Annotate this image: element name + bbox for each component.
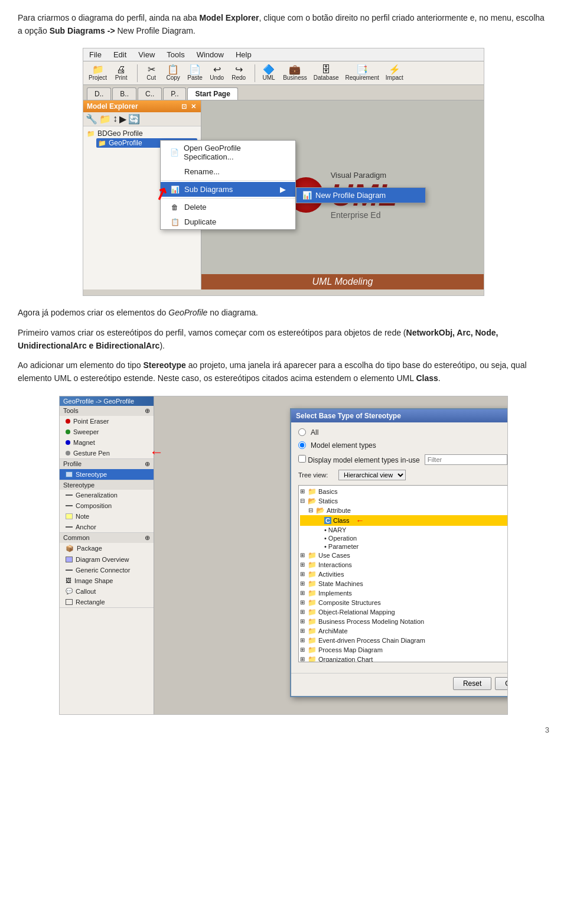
lp-image-shape[interactable]: 🖼 Image Shape — [60, 575, 154, 586]
menu-file[interactable]: File — [87, 50, 104, 60]
dt-orgchart[interactable]: ⊞ 📁 Organization Chart — [300, 655, 508, 662]
lp-section-tools: Tools ⊕ Point Eraser Sweeper Magnet Gest… — [60, 406, 154, 459]
dt-archimate[interactable]: ⊞ 📁 ArchiMate — [300, 626, 508, 636]
menu-tools[interactable]: Tools — [164, 50, 187, 60]
dialog-reset-button[interactable]: Reset — [453, 677, 491, 690]
lp-section-profile: Profile ⊕ Stereotype — [60, 459, 154, 480]
ctx-open-spec[interactable]: 📄 Open GeoProfile Specification... — [161, 141, 295, 164]
filter-input[interactable] — [425, 454, 507, 465]
lp-diagram-overview[interactable]: Diagram Overview — [60, 554, 154, 565]
lp-profile-add-icon[interactable]: ⊕ — [145, 460, 150, 468]
tb-cut-button[interactable]: ✂Cut — [141, 63, 162, 83]
radio-all[interactable] — [298, 428, 306, 436]
dt-processmap[interactable]: ⊞ 📁 Process Map Diagram — [300, 645, 508, 655]
dt-basics[interactable]: ⊞ 📁 Basics — [300, 487, 508, 496]
tb-impact-button[interactable]: ⚡Impact — [383, 63, 406, 83]
tb-requirement-button[interactable]: 📑Requirement — [343, 63, 382, 83]
folder-interactions: 📁 — [308, 561, 317, 569]
filter-row: Display model element types in-use — [298, 454, 508, 465]
lp-gesture-pen[interactable]: Gesture Pen — [60, 448, 154, 458]
tree-item-bdgeo[interactable]: 📁 BDGeo Profile — [87, 129, 197, 138]
dt-objrelational[interactable]: ⊞ 📁 Object-Relational Mapping — [300, 607, 508, 617]
lp-section-common-header[interactable]: Common ⊕ — [60, 533, 154, 543]
tb-redo-button[interactable]: ↪Redo — [228, 63, 249, 83]
lp-note[interactable]: Note — [60, 511, 154, 522]
dialog-tree[interactable]: ⊞ 📁 Basics ⊟ 📂 Statics ⊟ 📂 Attribut — [298, 485, 508, 662]
lp-generalization[interactable]: Generalization — [60, 490, 154, 500]
tb-business-button[interactable]: 💼Business — [280, 63, 310, 83]
lp-package[interactable]: 📦 Package — [60, 543, 154, 554]
menu-window[interactable]: Window — [194, 50, 226, 60]
folder-archimate: 📁 — [308, 627, 317, 635]
tab-b[interactable]: B.. — [112, 87, 136, 100]
dt-operation[interactable]: • Operation — [300, 534, 508, 542]
tb-uml-button[interactable]: 🔷UML — [258, 63, 279, 83]
dt-implements[interactable]: ⊞ 📁 Implements — [300, 588, 508, 598]
dt-eventdriven[interactable]: ⊞ 📁 Event-driven Process Chain Diagram — [300, 636, 508, 645]
ctx-rename[interactable]: Rename... — [161, 164, 295, 179]
lp-tools-add-icon[interactable]: ⊕ — [145, 407, 150, 415]
tb-paste-button[interactable]: 📄Paste — [184, 63, 206, 83]
dt-nary[interactable]: • NARY — [300, 526, 508, 534]
tab-start-page[interactable]: Start Page — [187, 87, 237, 100]
panel-tb-icon-4[interactable]: ▶ — [119, 113, 126, 125]
tb-database-button[interactable]: 🗄Database — [311, 63, 342, 83]
dt-class[interactable]: C Class ← — [300, 515, 508, 526]
menu-view[interactable]: View — [136, 50, 157, 60]
dt-composite[interactable]: ⊞ 📁 Composite Structures — [300, 598, 508, 607]
lp-stereotype[interactable]: Stereotype — [60, 469, 154, 480]
point-eraser-icon — [66, 419, 70, 424]
panel-tb-icon-3[interactable]: ↕ — [113, 113, 118, 125]
dt-statics[interactable]: ⊟ 📂 Statics — [300, 496, 508, 506]
tree-view-select[interactable]: Hierarchical view — [338, 470, 406, 480]
tb-undo-button[interactable]: ↩Undo — [206, 63, 227, 83]
tb-project-button[interactable]: 📁Project — [86, 63, 110, 83]
dt-activities[interactable]: ⊞ 📁 Activities — [300, 570, 508, 579]
dt-class-label: Class — [333, 517, 350, 524]
lp-section-profile-header[interactable]: Profile ⊕ — [60, 459, 154, 469]
lp-section-tools-header[interactable]: Tools ⊕ — [60, 406, 154, 416]
dt-eventdriven-label: Event-driven Process Chain Diagram — [318, 637, 425, 644]
dt-composite-label: Composite Structures — [318, 599, 381, 606]
lp-rectangle[interactable]: Rectangle — [60, 597, 154, 607]
tab-d[interactable]: D.. — [87, 87, 111, 100]
lp-callout[interactable]: 💬 Callout — [60, 586, 154, 597]
lp-section-stereo-header[interactable]: Stereotype — [60, 480, 154, 490]
ctx-duplicate[interactable]: 📋 Duplicate — [161, 214, 295, 229]
menu-edit[interactable]: Edit — [111, 50, 129, 60]
composition-icon — [66, 505, 73, 506]
ctx-delete[interactable]: 🗑 Delete — [161, 200, 295, 214]
dt-usecases[interactable]: ⊞ 📁 Use Cases — [300, 551, 508, 560]
ctx-sep-2 — [161, 198, 295, 199]
display-in-use-checkbox[interactable] — [298, 455, 306, 463]
lp-anchor[interactable]: Anchor — [60, 522, 154, 532]
dt-parameter[interactable]: • Parameter — [300, 542, 508, 551]
lp-composition[interactable]: Composition — [60, 500, 154, 511]
dt-interactions[interactable]: ⊞ 📁 Interactions — [300, 560, 508, 570]
tb-copy-button[interactable]: 📋Copy — [162, 63, 184, 83]
lp-point-eraser[interactable]: Point Eraser — [60, 416, 154, 427]
para4-bold1: Stereotype — [143, 360, 185, 370]
tab-c[interactable]: C.. — [138, 87, 162, 100]
lp-generic-connector[interactable]: Generic Connector — [60, 565, 154, 575]
ctx-subdiagrams[interactable]: 📊 Sub Diagrams ▶ — [161, 182, 295, 197]
dt-statemachines[interactable]: ⊞ 📁 State Machines — [300, 579, 508, 588]
dialog-ok-button[interactable]: OK — [495, 677, 508, 690]
dt-attribute[interactable]: ⊟ 📂 Attribute — [300, 506, 508, 515]
lp-section-common: Common ⊕ 📦 Package Diagram Overview Gene… — [60, 533, 154, 608]
tb-print-button[interactable]: 🖨Print — [110, 63, 132, 83]
ctx-dup-label: Duplicate — [184, 217, 216, 226]
lp-common-add-icon[interactable]: ⊕ — [145, 534, 150, 542]
radio-model-element[interactable] — [298, 441, 306, 449]
panel-tb-icon-2[interactable]: 📁 — [99, 113, 111, 125]
folder-bpmn: 📁 — [308, 617, 317, 626]
panel-tb-icon-1[interactable]: 🔧 — [86, 113, 97, 125]
lp-sweeper[interactable]: Sweeper — [60, 427, 154, 437]
dt-bpmn[interactable]: ⊞ 📁 Business Process Modeling Notation — [300, 617, 508, 626]
tab-p[interactable]: P.. — [163, 87, 186, 100]
sub-new-profile-diagram[interactable]: 📊 New Profile Diagram — [296, 188, 425, 203]
menu-help[interactable]: Help — [233, 50, 254, 60]
lp-magnet[interactable]: Magnet — [60, 437, 154, 448]
sub-icon-1: 📊 — [302, 191, 312, 200]
panel-tb-icon-5[interactable]: 🔄 — [128, 113, 140, 125]
